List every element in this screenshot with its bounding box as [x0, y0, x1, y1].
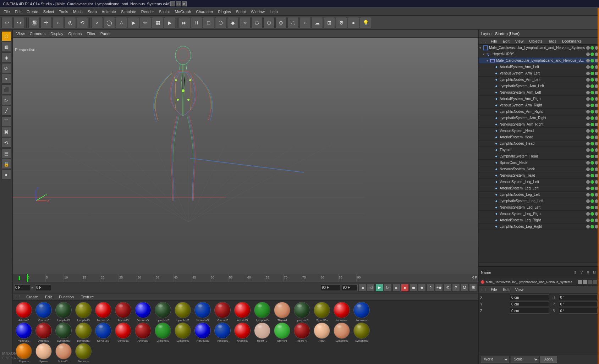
toolbar-btn-25[interactable]: ☁ [312, 17, 323, 28]
vp-menu-options[interactable]: Options [66, 31, 84, 37]
vp-menu-filter[interactable]: Filter [84, 31, 97, 37]
material-item[interactable]: Nervous [352, 302, 371, 322]
om-row[interactable]: NervousSystem_Neck [479, 166, 599, 172]
toolbar-btn-11[interactable]: ✏ [140, 17, 151, 28]
menu-mesh[interactable]: Mesh [71, 9, 85, 15]
om-dot-1[interactable] [590, 155, 594, 158]
material-item[interactable]: VenousS [14, 322, 33, 342]
name-icon-2[interactable] [583, 280, 587, 284]
om-dot-0[interactable] [586, 129, 590, 133]
coord-system-dropdown[interactable]: World Object Local [481, 356, 509, 363]
toolbar-btn-6[interactable]: ⟲ [77, 17, 88, 28]
om-dot-0[interactable] [586, 84, 590, 88]
om-row[interactable]: VenousSystem_Head [479, 128, 599, 134]
om-dot-0[interactable] [586, 78, 590, 82]
keyframe-button[interactable]: ◆ [418, 284, 426, 292]
expand-button[interactable]: ⊞ [469, 284, 477, 292]
om-row[interactable]: NervousSystem_Arm_Left [479, 89, 599, 96]
om-dot-0[interactable] [586, 174, 590, 177]
menu-snap[interactable]: Snap [86, 9, 99, 15]
timeline-ruler[interactable]: 0510152025303540455055606570758085900 F [27, 274, 478, 282]
toolbar-btn-13[interactable]: ▶ [164, 17, 175, 28]
record-button[interactable]: ● [401, 284, 409, 292]
om-dot-0[interactable] [586, 59, 590, 62]
om-row[interactable]: ArterialSystem_Head [479, 134, 599, 140]
material-item[interactable]: LymphatS [292, 302, 312, 322]
toolbar-btn-2[interactable]: 🔘 [28, 17, 40, 28]
material-item[interactable]: VenousS [213, 302, 232, 322]
om-dot-0[interactable] [586, 91, 590, 94]
om-row[interactable]: VenousSystem_Leg_Right [479, 211, 599, 217]
left-tool-5[interactable]: ⬛ [1, 84, 11, 94]
om-dot-1[interactable] [590, 72, 594, 75]
x-input[interactable] [510, 294, 549, 300]
om-dot-1[interactable] [590, 206, 594, 209]
material-item[interactable]: VenousS [34, 302, 53, 322]
om-menu-file[interactable]: File [489, 38, 499, 44]
om-dot-0[interactable] [586, 206, 590, 209]
fps-input[interactable] [342, 285, 358, 291]
om-menu-bookmarks[interactable]: Bookmarks [560, 38, 584, 44]
left-tool-0[interactable]: ⬡ [1, 31, 11, 41]
om-menu-view[interactable]: View [513, 38, 526, 44]
om-row[interactable]: LymphaticSystem_Arm_Left [479, 83, 599, 89]
om-menu-objects[interactable]: Objects [527, 38, 544, 44]
toolbar-btn-5[interactable]: ◎ [65, 17, 76, 28]
toolbar-btn-29[interactable]: 💡 [360, 17, 371, 28]
material-item[interactable]: LymphatS [153, 322, 172, 342]
material-item[interactable]: SpinalCo [54, 343, 73, 363]
om-dot-1[interactable] [590, 91, 594, 94]
left-tool-4[interactable]: ✦ [1, 74, 11, 84]
om-dot-0[interactable] [586, 225, 590, 228]
materials-menu-texture[interactable]: Texture [79, 294, 96, 300]
left-tool-12[interactable]: 🔒 [1, 159, 11, 169]
end-frame-display[interactable] [321, 285, 340, 291]
material-item[interactable]: ArterialS [114, 302, 133, 322]
om-dot-0[interactable] [586, 142, 590, 145]
materials-menu-function[interactable]: Function [57, 294, 76, 300]
next-frame-button[interactable]: ▷ [384, 284, 392, 292]
om-dot-1[interactable] [590, 161, 594, 165]
om-dot-0[interactable] [586, 193, 590, 197]
om-dot-1[interactable] [590, 46, 594, 50]
om-row[interactable]: LymphaticSystem_Arm_Right [479, 115, 599, 121]
om-row[interactable]: VenousSystem_Arm_Right [479, 102, 599, 109]
toolbar-btn-26[interactable]: ⊞ [324, 17, 335, 28]
material-item[interactable]: Heart_V [292, 322, 312, 342]
toolbar-btn-1[interactable]: ↪ [13, 17, 25, 28]
material-item[interactable]: LymphatS [352, 322, 371, 342]
material-item[interactable]: ArterialS [233, 302, 252, 322]
toolbar-btn-22[interactable]: ⊕ [275, 17, 287, 28]
memo-button[interactable]: M [461, 284, 468, 292]
om-row[interactable]: Thyroid [479, 147, 599, 153]
material-item[interactable]: Bronchi [273, 322, 292, 342]
menu-sculpt[interactable]: Sculpt [157, 9, 172, 15]
material-item[interactable]: NervousS [193, 322, 212, 342]
toolbar-btn-14[interactable]: ⏭ [179, 17, 190, 28]
menu-edit[interactable]: Edit [13, 9, 24, 15]
name-icon-1[interactable] [578, 280, 582, 284]
material-item[interactable]: Nervous [74, 343, 93, 363]
toolbar-btn-12[interactable]: ▦ [152, 17, 163, 28]
om-row[interactable]: LymphaticSystem_Leg_Left [479, 198, 599, 204]
om-dot-1[interactable] [590, 84, 594, 88]
toolbar-btn-24[interactable]: ○ [300, 17, 311, 28]
om-row[interactable]: ArterialSystem_Leg_Right [479, 217, 599, 224]
material-item[interactable]: LymphatS [54, 322, 73, 342]
vp-menu-cameras[interactable]: Cameras [28, 31, 48, 37]
menu-window[interactable]: Window [249, 9, 267, 15]
menu-create[interactable]: Create [24, 9, 40, 15]
om-dot-0[interactable] [586, 46, 590, 50]
om-dot-1[interactable] [590, 187, 594, 190]
material-item[interactable]: ArterialS [34, 322, 53, 342]
toolbar-btn-27[interactable]: ⚙ [336, 17, 347, 28]
name-icon-3[interactable] [588, 280, 592, 284]
om-row[interactable]: ▾NHyperNURBS [479, 51, 599, 57]
play-button[interactable]: ▶ [375, 284, 383, 292]
materials-menu-edit[interactable]: Edit [43, 294, 54, 300]
menu-render[interactable]: Render [139, 9, 156, 15]
attr-menu-file[interactable]: File [489, 287, 499, 292]
prev-frame-button[interactable]: ◁ [367, 284, 375, 292]
left-tool-11[interactable]: ▤ [1, 148, 11, 158]
om-dot-0[interactable] [586, 123, 590, 126]
